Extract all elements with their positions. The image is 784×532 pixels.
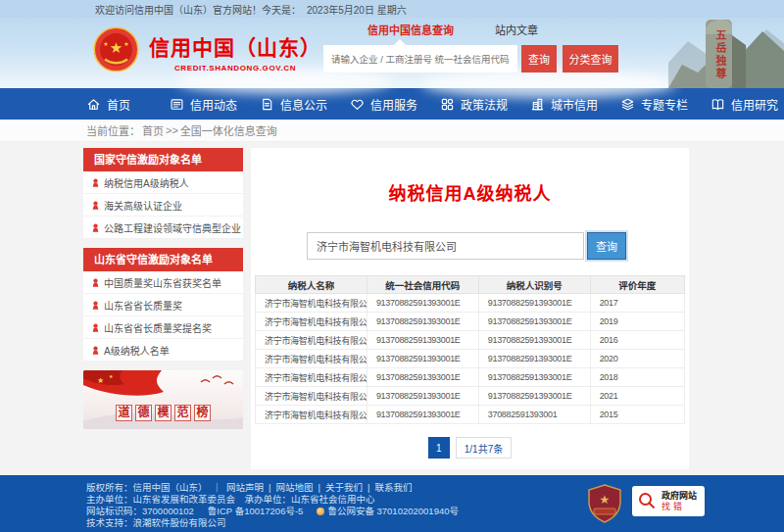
footer-icp: 鲁ICP 备10017206号-5 (208, 506, 304, 517)
svg-text:★: ★ (123, 41, 128, 47)
seal-icon (91, 201, 100, 210)
nav-item-special-topics[interactable]: 专题专栏 (620, 96, 688, 113)
table-row: 济宁市海智机电科技有限公司91370882591393001E913708825… (256, 313, 685, 331)
search-row: 查询 分类查询 (323, 45, 619, 73)
moral-model-banner[interactable]: ★ ★ 道德模范榜 (83, 370, 243, 429)
breadcrumb-home-link[interactable]: 首页 (142, 122, 164, 138)
nav-item-city-credit[interactable]: 城市信用 (530, 96, 598, 113)
table-cell: 91370882591393001E (367, 313, 478, 331)
table-cell: 济宁市海智机电科技有限公司 (256, 368, 368, 387)
heart-icon (350, 97, 365, 112)
sidebar-item-label: 中国质量奖山东省获奖名单 (104, 275, 221, 290)
svg-text:★: ★ (97, 376, 104, 385)
welcome-bar: 欢迎访问信用中国（山东）官方网站！今天是： 2023年5月20日 星期六 (0, 0, 784, 18)
nav-item-credit-service[interactable]: 信用服务 (350, 96, 417, 113)
footer-link-3[interactable]: 关于我们 (325, 482, 363, 494)
breadcrumb-prefix: 当前位置： (86, 122, 140, 138)
banner-char: 范 (174, 405, 191, 421)
table-cell: 91370882591393001E (478, 368, 590, 387)
header-search: 信用中国信息查询站内文章 查询 分类查询 (323, 22, 619, 73)
search-tab[interactable]: 站内文章 (495, 22, 538, 37)
table-row: 济宁市海智机电科技有限公司91370882591393001E913708825… (256, 350, 685, 368)
query-button[interactable]: 查询 (587, 232, 626, 260)
table-cell: 91370882591393001E (478, 350, 590, 368)
sidebar-item[interactable]: 纳税信用A级纳税人 (83, 171, 243, 194)
banner-char: 模 (155, 405, 172, 421)
home-icon (86, 97, 101, 112)
footer-separator: ｜ (213, 482, 222, 494)
table-row: 济宁市海智机电科技有限公司91370882591393001E913708825… (256, 387, 685, 406)
sidebar-item-label: A级纳税人名单 (104, 343, 170, 358)
nav-items: 首页信用动态信息公示信用服务政策法规城市信用专题专栏信用研究 (0, 96, 784, 113)
footer-link-2[interactable]: 网站地图 (276, 482, 314, 494)
pagination: 1 1/1共7条 (255, 437, 685, 459)
company-search-input[interactable] (307, 232, 584, 260)
taxpayer-table: 纳税人名称统一社会信用代码纳税人识别号评价年度 济宁市海智机电科技有限公司913… (255, 275, 685, 424)
sidebar-item[interactable]: 山东省省长质量奖提名奖 (83, 316, 243, 339)
page-title: 纳税信用A级纳税人 (255, 179, 685, 205)
sidebar-item[interactable]: 海关高级认证企业 (83, 194, 243, 217)
national-emblem-icon: ★ ★ ★ (93, 26, 139, 76)
nav-item-home[interactable]: 首页 (86, 96, 130, 113)
sidebar-item-label: 海关高级认证企业 (104, 198, 182, 213)
footer-line4: 技术支持：浪潮软件股份有限公司 (86, 517, 784, 529)
header-search-input[interactable] (323, 45, 517, 73)
news-icon (170, 97, 184, 112)
content-area: 国家守信激励对象名单纳税信用A级纳税人海关高级认证企业公路工程建设领域守信典型企… (0, 142, 784, 475)
nav-item-info-publicity[interactable]: 信息公示 (260, 96, 327, 113)
site-logo[interactable]: ★ ★ ★ 信用中国（山东） CREDIT.SHANDONG.GOV.CN (93, 26, 321, 76)
seal-icon (91, 278, 100, 287)
banner-title: 道德模范榜 (83, 405, 243, 421)
table-cell: 370882591393001 (478, 406, 590, 424)
svg-text:★: ★ (600, 493, 611, 507)
footer-separator: | (368, 482, 369, 494)
table-cell: 2021 (590, 387, 684, 406)
nav-item-label: 信用动态 (190, 96, 237, 113)
table-cell: 2018 (590, 368, 684, 387)
search-tab[interactable]: 信用中国信息查询 (368, 22, 454, 37)
table-cell: 2019 (590, 313, 684, 331)
sidebar-item-label: 山东省省长质量奖提名奖 (104, 320, 212, 335)
nav-item-policies[interactable]: 政策法规 (440, 96, 508, 113)
footer-link-1[interactable]: 网站声明 (226, 482, 264, 494)
sidebar: 国家守信激励对象名单纳税信用A级纳税人海关高级认证企业公路工程建设领域守信典型企… (83, 148, 243, 469)
nav-item-credit-research[interactable]: 信用研究 (710, 96, 778, 113)
table-cell: 91370882591393001E (367, 350, 478, 368)
error-badge-line2: 找错 (662, 502, 697, 512)
cloud-decoration (421, 71, 676, 98)
sidebar-item[interactable]: A级纳税人名单 (83, 339, 243, 362)
footer-link-4[interactable]: 联系我们 (374, 482, 412, 494)
table-cell: 91370882591393001E (478, 313, 590, 331)
public-security-icon (317, 508, 324, 515)
table-cell: 91370882591393001E (367, 331, 478, 350)
footer-psb: 鲁公网安备 37010202001940号 (327, 506, 459, 517)
sidebar-item[interactable]: 山东省省长质量奖 (83, 294, 243, 316)
page-number[interactable]: 1 (428, 437, 450, 459)
credit-shield-badge[interactable]: ★ (587, 484, 622, 525)
active-tab-caret (394, 39, 406, 45)
layers-icon (620, 97, 635, 112)
table-header-cell: 纳税人名称 (256, 276, 368, 294)
breadcrumb: 当前位置： 首页 >> 全国一体化信息查询 (0, 120, 784, 142)
magnifier-icon (637, 491, 657, 512)
building-icon (530, 97, 545, 112)
table-header-cell: 评价年度 (590, 276, 684, 294)
table-cell: 91370882591393001E (367, 368, 478, 387)
gov-site-error-badge[interactable]: 政府网站 找错 (632, 486, 705, 516)
table-row: 济宁市海智机电科技有限公司91370882591393001E913708825… (256, 294, 685, 313)
table-cell: 91370882591393001E (367, 406, 478, 424)
mountain-photo: 五岳独尊 (668, 6, 784, 88)
banner-char: 德 (135, 405, 152, 421)
category-query-button[interactable]: 分类查询 (563, 45, 618, 73)
document-icon (260, 97, 274, 112)
header-query-button[interactable]: 查询 (521, 45, 557, 73)
table-cell: 91370882591393001E (478, 387, 590, 406)
error-badge-line1: 政府网站 (662, 491, 697, 502)
sidebar-item[interactable]: 公路工程建设领域守信典型企业 (83, 217, 243, 239)
table-cell: 济宁市海智机电科技有限公司 (256, 406, 368, 424)
nav-item-label: 专题专栏 (641, 96, 688, 113)
welcome-text: 欢迎访问信用中国（山东）官方网站！今天是： (95, 2, 301, 17)
sidebar-item[interactable]: 中国质量奖山东省获奖名单 (83, 271, 243, 294)
banner-char: 道 (116, 405, 132, 421)
nav-item-credit-news[interactable]: 信用动态 (170, 96, 237, 113)
